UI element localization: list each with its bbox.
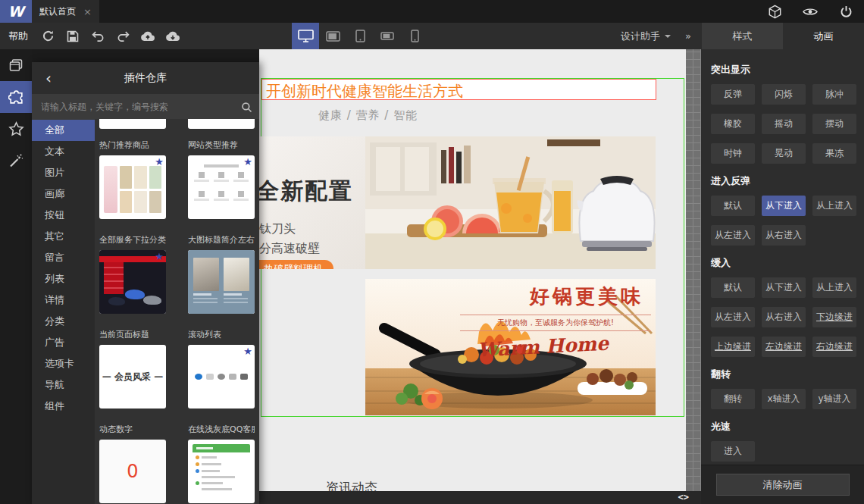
tablet-landscape-icon[interactable] xyxy=(319,23,346,49)
animation-option-button[interactable]: 时钟 xyxy=(711,143,755,164)
undo-icon[interactable] xyxy=(89,28,106,45)
plugin-card-dropdown-services[interactable]: ★ xyxy=(99,250,166,314)
tab-animation[interactable]: 动画 xyxy=(783,23,864,49)
refresh-icon[interactable] xyxy=(39,28,56,45)
animation-option-button[interactable]: 摆动 xyxy=(812,114,856,134)
card-thumbnail xyxy=(193,444,250,499)
plugin-card-label: 热门推荐商品 xyxy=(99,139,166,151)
design-canvas[interactable]: 开创新时代健康智能生活方式 健康 / 营养 / 智能 全新配置 钛刀头 分高速破… xyxy=(259,49,686,491)
topbar-right-icons xyxy=(767,0,864,23)
plugin-library-panel: ‹ 插件仓库 全部文本图片画廊按钮其它留言列表详情分类广告选项卡导航组件 热门推… xyxy=(32,62,259,504)
plugin-category-item[interactable]: 其它 xyxy=(32,226,95,247)
animation-option-button[interactable]: y轴进入 xyxy=(812,389,856,409)
back-chevron-icon[interactable]: ‹ xyxy=(45,70,52,86)
animation-option-button[interactable]: 闪烁 xyxy=(762,84,806,105)
plugin-search-input[interactable] xyxy=(32,102,233,112)
animation-option-button[interactable]: 晃动 xyxy=(762,143,806,164)
desktop-icon[interactable] xyxy=(292,23,319,49)
animation-option-button[interactable]: 从上进入 xyxy=(812,196,856,216)
animation-option-button[interactable]: 脉冲 xyxy=(812,84,856,105)
animation-option-button[interactable]: 从上进入 xyxy=(812,277,856,298)
canvas-vertical-scrollbar[interactable] xyxy=(686,49,701,491)
plugin-category-item[interactable]: 全部 xyxy=(32,120,95,141)
design-assistant-dropdown[interactable]: 设计助手 xyxy=(621,23,671,49)
cube-icon[interactable] xyxy=(767,4,782,19)
kettle-banner[interactable] xyxy=(365,136,656,269)
plugin-category-item[interactable]: 按钮 xyxy=(32,205,95,226)
animation-option-button[interactable]: 反弹 xyxy=(711,84,755,105)
animation-option-button[interactable]: 默认 xyxy=(711,196,755,216)
sidebar-item-pages[interactable] xyxy=(0,49,32,81)
animation-option-button[interactable]: 摇动 xyxy=(762,114,806,134)
animation-option-button[interactable]: 进入 xyxy=(711,441,755,462)
plugin-category-item[interactable]: 列表 xyxy=(32,268,95,290)
tablet-icon[interactable] xyxy=(346,23,374,49)
plugin-card-page-title[interactable]: — 会员风采 — xyxy=(99,345,166,409)
plugin-category-item[interactable]: 组件 xyxy=(32,396,95,417)
animation-option-button[interactable]: 从左进入 xyxy=(711,225,755,246)
plugin-card-partial[interactable] xyxy=(99,119,166,129)
animation-option-button[interactable]: 从右进入 xyxy=(762,225,806,246)
plugin-category-item[interactable]: 详情 xyxy=(32,290,95,311)
animation-option-button[interactable]: 果冻 xyxy=(812,143,856,164)
plugin-card-qq-service[interactable] xyxy=(188,440,255,503)
animation-option-button[interactable]: 翻转 xyxy=(711,389,755,409)
app-logo[interactable]: W xyxy=(0,0,32,23)
plugin-category-item[interactable]: 选项卡 xyxy=(32,353,95,374)
clear-animation-button[interactable]: 清除动画 xyxy=(716,474,850,496)
animation-option-button[interactable]: x轴进入 xyxy=(762,389,806,409)
plugin-card-label: 当前页面标题 xyxy=(99,329,166,340)
plugin-card-dynamic-number[interactable]: 0 xyxy=(99,440,166,503)
plugin-card-scroll-list[interactable]: ★ xyxy=(188,345,255,409)
banner-product-button[interactable]: 热破壁料理机 xyxy=(259,260,333,269)
plugin-category-item[interactable]: 分类 xyxy=(32,311,95,332)
website-builder-app: W 默认首页 × 帮助 xyxy=(0,0,864,504)
animation-option-button[interactable]: 下边缘进 xyxy=(812,307,856,327)
code-view-icon[interactable]: <> xyxy=(678,492,689,502)
plugins-icon xyxy=(8,89,24,105)
plugin-category-item[interactable]: 画廊 xyxy=(32,183,95,205)
plugin-category-item[interactable]: 图片 xyxy=(32,162,95,183)
help-button[interactable]: 帮助 xyxy=(0,23,36,49)
app-logo-letter: W xyxy=(8,3,24,20)
tab-close-icon[interactable]: × xyxy=(83,6,92,17)
sidebar-item-plugins[interactable] xyxy=(0,81,32,113)
cloud-download-icon[interactable] xyxy=(164,28,181,45)
plugin-category-item[interactable]: 文本 xyxy=(32,141,95,162)
animation-option-button[interactable]: 左边缘进 xyxy=(762,337,806,357)
sidebar-item-tools[interactable] xyxy=(0,145,32,177)
plugin-category-item[interactable]: 广告 xyxy=(32,332,95,353)
phone-landscape-icon[interactable] xyxy=(374,23,401,49)
animation-option-button[interactable]: 橡胶 xyxy=(711,114,755,134)
animation-option-button[interactable]: 从下进入 xyxy=(762,196,806,216)
plugin-card-hot-products[interactable]: ★ xyxy=(99,155,166,219)
animation-option-button[interactable]: 从下进入 xyxy=(762,277,806,298)
plugin-card-big-image-switch[interactable] xyxy=(188,250,255,314)
plugin-card-partial[interactable] xyxy=(188,119,255,129)
favorite-star-icon[interactable]: ★ xyxy=(155,252,164,261)
right-panel-tabs: 样式 动画 xyxy=(702,23,864,49)
plugin-card-site-types[interactable]: ★ xyxy=(188,155,255,219)
search-icon[interactable] xyxy=(233,102,259,113)
save-icon[interactable] xyxy=(64,28,81,45)
product-banner-text-block[interactable]: 全新配置 钛刀头 分高速破壁 热破壁料理机 xyxy=(259,136,365,269)
animation-option-button[interactable]: 从左进入 xyxy=(711,307,755,327)
phone-icon[interactable] xyxy=(401,23,428,49)
card-thumbnail: 0 xyxy=(99,440,166,503)
plugin-category-item[interactable]: 留言 xyxy=(32,247,95,268)
power-icon[interactable] xyxy=(838,4,853,19)
wok-banner[interactable]: 好锅更美味 无忧购物，至诚服务为你保驾护航! Warm Home xyxy=(365,279,656,415)
hero-title-block[interactable]: 开创新时代健康智能生活方式 xyxy=(261,79,656,100)
animation-option-button[interactable]: 右边缘进 xyxy=(812,337,856,357)
cloud-upload-icon[interactable] xyxy=(139,28,156,45)
plugin-category-item[interactable]: 导航 xyxy=(32,374,95,396)
eye-icon[interactable] xyxy=(803,4,818,19)
sidebar-item-favorites[interactable] xyxy=(0,113,32,145)
animation-option-button[interactable]: 上边缘进 xyxy=(711,337,755,357)
tab-style[interactable]: 样式 xyxy=(702,23,783,49)
redo-icon[interactable] xyxy=(114,28,131,45)
animation-option-button[interactable]: 默认 xyxy=(711,277,755,298)
animation-option-button[interactable]: 从右进入 xyxy=(762,307,806,327)
page-tab[interactable]: 默认首页 × xyxy=(32,0,99,23)
expand-panel-chevron[interactable]: » xyxy=(685,23,691,49)
